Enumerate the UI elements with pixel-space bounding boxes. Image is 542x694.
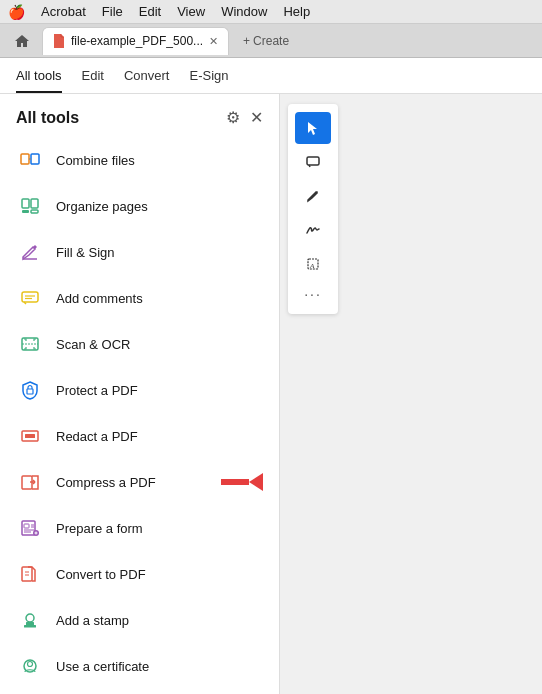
svg-point-32 (26, 614, 34, 622)
add-comments-label: Add comments (56, 291, 143, 306)
svg-rect-8 (22, 292, 38, 302)
compress-pdf-label: Compress a PDF (56, 475, 156, 490)
menu-bar: 🍎 Acrobat File Edit View Window Help (0, 0, 542, 24)
tool-item-redact-pdf[interactable]: Redact a PDF (0, 413, 279, 459)
svg-rect-1 (31, 154, 39, 164)
tab-convert[interactable]: Convert (124, 68, 170, 93)
svg-rect-29 (22, 567, 32, 581)
text-select-tool-button[interactable]: A (295, 248, 331, 280)
right-toolbar: A ··· (288, 104, 338, 314)
svg-rect-0 (21, 154, 29, 164)
new-tab-button[interactable]: + Create (235, 30, 297, 52)
tab-bar: file-example_PDF_500... ✕ + Create (0, 24, 542, 58)
main-content: All tools ⚙ ✕ Combine files (0, 94, 542, 694)
compress-pdf-arrow (221, 473, 263, 491)
prepare-form-icon (16, 514, 44, 542)
menu-window[interactable]: Window (221, 4, 267, 19)
svg-text:A: A (309, 262, 315, 270)
tab-label: file-example_PDF_500... (71, 34, 203, 48)
menu-edit[interactable]: Edit (139, 4, 161, 19)
file-tab[interactable]: file-example_PDF_500... ✕ (42, 27, 229, 55)
use-certificate-icon (16, 652, 44, 680)
prepare-form-label: Prepare a form (56, 521, 143, 536)
tool-item-scan-ocr[interactable]: Scan & OCR (0, 321, 279, 367)
add-comments-icon (16, 284, 44, 312)
svg-point-36 (28, 662, 33, 667)
tools-panel-actions: ⚙ ✕ (226, 108, 263, 127)
tool-item-prepare-form[interactable]: Prepare a form (0, 505, 279, 551)
new-tab-plus-icon: + (243, 34, 250, 48)
redact-pdf-label: Redact a PDF (56, 429, 138, 444)
scan-ocr-label: Scan & OCR (56, 337, 130, 352)
toolbar-tabs: All tools Edit Convert E-Sign (0, 58, 542, 94)
svg-rect-33 (26, 622, 34, 625)
apple-menu[interactable]: 🍎 (8, 4, 25, 20)
organize-pages-icon (16, 192, 44, 220)
home-button[interactable] (8, 29, 36, 53)
close-panel-button[interactable]: ✕ (250, 108, 263, 127)
menu-file[interactable]: File (102, 4, 123, 19)
add-stamp-label: Add a stamp (56, 613, 129, 628)
svg-rect-4 (31, 199, 38, 208)
fill-sign-label: Fill & Sign (56, 245, 115, 260)
gear-button[interactable]: ⚙ (226, 108, 240, 127)
more-tools-button[interactable]: ··· (300, 282, 326, 306)
tool-item-print-production[interactable]: Use print production (0, 689, 279, 694)
tool-item-use-certificate[interactable]: Use a certificate (0, 643, 279, 689)
compress-pdf-icon (16, 468, 44, 496)
redact-pdf-icon (16, 422, 44, 450)
svg-rect-34 (24, 625, 36, 628)
scan-ocr-icon (16, 330, 44, 358)
tool-item-compress-pdf[interactable]: Compress a PDF (0, 459, 279, 505)
fill-sign-icon (16, 238, 44, 266)
combine-files-label: Combine files (56, 153, 135, 168)
svg-rect-6 (31, 210, 38, 213)
tools-list: Combine files Organize pages (0, 137, 279, 694)
tool-item-add-stamp[interactable]: Add a stamp (0, 597, 279, 643)
protect-pdf-icon (16, 376, 44, 404)
comment-tool-button[interactable] (295, 146, 331, 178)
svg-rect-3 (22, 199, 29, 208)
convert-to-pdf-label: Convert to PDF (56, 567, 146, 582)
use-certificate-label: Use a certificate (56, 659, 149, 674)
select-tool-button[interactable] (295, 112, 331, 144)
tool-item-add-comments[interactable]: Add comments (0, 275, 279, 321)
signature-tool-button[interactable] (295, 214, 331, 246)
tool-item-convert-to-pdf[interactable]: Convert to PDF (0, 551, 279, 597)
svg-rect-13 (27, 389, 33, 394)
pen-tool-button[interactable] (295, 180, 331, 212)
tab-esign[interactable]: E-Sign (189, 68, 228, 93)
svg-rect-15 (25, 434, 35, 438)
menu-view[interactable]: View (177, 4, 205, 19)
svg-rect-5 (22, 210, 29, 213)
tool-item-fill-sign[interactable]: Fill & Sign (0, 229, 279, 275)
tab-close-button[interactable]: ✕ (209, 35, 218, 48)
svg-rect-21 (24, 524, 29, 528)
tools-panel-header: All tools ⚙ ✕ (0, 94, 279, 137)
tool-item-organize-pages[interactable]: Organize pages (0, 183, 279, 229)
tab-edit[interactable]: Edit (82, 68, 104, 93)
menu-help[interactable]: Help (283, 4, 310, 19)
tools-panel-title: All tools (16, 109, 79, 127)
convert-to-pdf-icon (16, 560, 44, 588)
add-stamp-icon (16, 606, 44, 634)
combine-files-icon (16, 146, 44, 174)
tool-item-protect-pdf[interactable]: Protect a PDF (0, 367, 279, 413)
new-tab-label: Create (253, 34, 289, 48)
tools-panel: All tools ⚙ ✕ Combine files (0, 94, 280, 694)
right-area: A ··· (280, 94, 542, 694)
organize-pages-label: Organize pages (56, 199, 148, 214)
svg-rect-41 (307, 157, 319, 165)
tool-item-combine-files[interactable]: Combine files (0, 137, 279, 183)
tab-all-tools[interactable]: All tools (16, 68, 62, 93)
menu-acrobat[interactable]: Acrobat (41, 4, 86, 19)
protect-pdf-label: Protect a PDF (56, 383, 138, 398)
